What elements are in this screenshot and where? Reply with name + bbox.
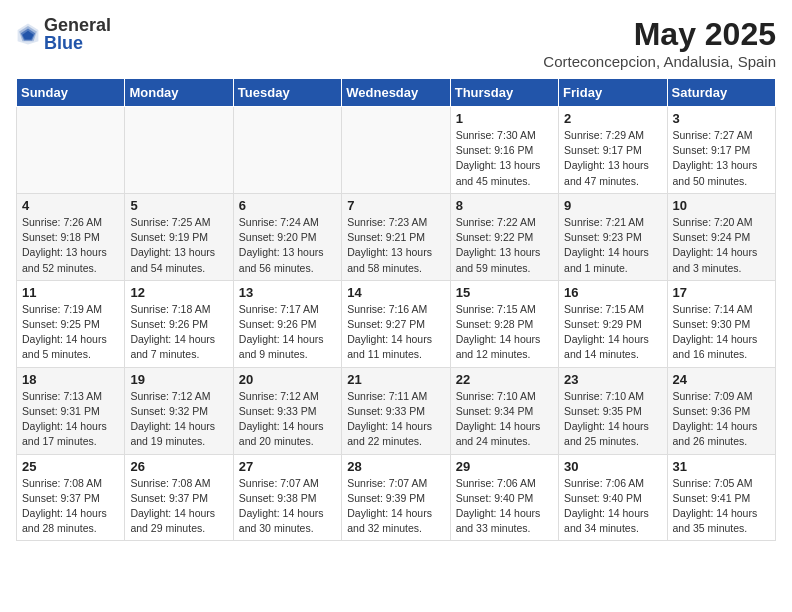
day-number: 18 xyxy=(22,372,119,387)
day-info: Sunrise: 7:06 AM Sunset: 9:40 PM Dayligh… xyxy=(564,476,661,537)
day-info: Sunrise: 7:15 AM Sunset: 9:28 PM Dayligh… xyxy=(456,302,553,363)
week-row-4: 18Sunrise: 7:13 AM Sunset: 9:31 PM Dayli… xyxy=(17,367,776,454)
calendar-cell: 11Sunrise: 7:19 AM Sunset: 9:25 PM Dayli… xyxy=(17,280,125,367)
day-number: 20 xyxy=(239,372,336,387)
calendar-cell: 6Sunrise: 7:24 AM Sunset: 9:20 PM Daylig… xyxy=(233,193,341,280)
logo-general-text: General xyxy=(44,16,111,34)
day-header-sunday: Sunday xyxy=(17,79,125,107)
day-number: 27 xyxy=(239,459,336,474)
calendar-cell: 28Sunrise: 7:07 AM Sunset: 9:39 PM Dayli… xyxy=(342,454,450,541)
day-number: 19 xyxy=(130,372,227,387)
day-info: Sunrise: 7:19 AM Sunset: 9:25 PM Dayligh… xyxy=(22,302,119,363)
day-info: Sunrise: 7:18 AM Sunset: 9:26 PM Dayligh… xyxy=(130,302,227,363)
day-number: 12 xyxy=(130,285,227,300)
day-number: 22 xyxy=(456,372,553,387)
day-header-thursday: Thursday xyxy=(450,79,558,107)
month-title: May 2025 xyxy=(543,16,776,53)
day-info: Sunrise: 7:10 AM Sunset: 9:35 PM Dayligh… xyxy=(564,389,661,450)
day-number: 10 xyxy=(673,198,770,213)
title-area: May 2025 Corteconcepcion, Andalusia, Spa… xyxy=(543,16,776,70)
calendar-cell: 12Sunrise: 7:18 AM Sunset: 9:26 PM Dayli… xyxy=(125,280,233,367)
day-number: 13 xyxy=(239,285,336,300)
calendar-cell: 4Sunrise: 7:26 AM Sunset: 9:18 PM Daylig… xyxy=(17,193,125,280)
day-number: 28 xyxy=(347,459,444,474)
day-info: Sunrise: 7:06 AM Sunset: 9:40 PM Dayligh… xyxy=(456,476,553,537)
week-row-1: 1Sunrise: 7:30 AM Sunset: 9:16 PM Daylig… xyxy=(17,107,776,194)
day-info: Sunrise: 7:23 AM Sunset: 9:21 PM Dayligh… xyxy=(347,215,444,276)
day-number: 16 xyxy=(564,285,661,300)
day-info: Sunrise: 7:08 AM Sunset: 9:37 PM Dayligh… xyxy=(22,476,119,537)
logo-text: General Blue xyxy=(44,16,111,52)
day-number: 1 xyxy=(456,111,553,126)
day-info: Sunrise: 7:13 AM Sunset: 9:31 PM Dayligh… xyxy=(22,389,119,450)
calendar-cell: 8Sunrise: 7:22 AM Sunset: 9:22 PM Daylig… xyxy=(450,193,558,280)
calendar-cell xyxy=(342,107,450,194)
calendar-cell: 23Sunrise: 7:10 AM Sunset: 9:35 PM Dayli… xyxy=(559,367,667,454)
calendar-cell: 29Sunrise: 7:06 AM Sunset: 9:40 PM Dayli… xyxy=(450,454,558,541)
day-number: 2 xyxy=(564,111,661,126)
calendar-cell: 30Sunrise: 7:06 AM Sunset: 9:40 PM Dayli… xyxy=(559,454,667,541)
header: General Blue May 2025 Corteconcepcion, A… xyxy=(16,16,776,70)
day-header-wednesday: Wednesday xyxy=(342,79,450,107)
day-info: Sunrise: 7:24 AM Sunset: 9:20 PM Dayligh… xyxy=(239,215,336,276)
day-header-friday: Friday xyxy=(559,79,667,107)
logo: General Blue xyxy=(16,16,111,52)
calendar-cell: 2Sunrise: 7:29 AM Sunset: 9:17 PM Daylig… xyxy=(559,107,667,194)
day-info: Sunrise: 7:15 AM Sunset: 9:29 PM Dayligh… xyxy=(564,302,661,363)
calendar-table: SundayMondayTuesdayWednesdayThursdayFrid… xyxy=(16,78,776,541)
day-number: 15 xyxy=(456,285,553,300)
day-number: 25 xyxy=(22,459,119,474)
calendar-cell: 25Sunrise: 7:08 AM Sunset: 9:37 PM Dayli… xyxy=(17,454,125,541)
location-title: Corteconcepcion, Andalusia, Spain xyxy=(543,53,776,70)
day-header-monday: Monday xyxy=(125,79,233,107)
day-info: Sunrise: 7:26 AM Sunset: 9:18 PM Dayligh… xyxy=(22,215,119,276)
day-number: 23 xyxy=(564,372,661,387)
day-number: 24 xyxy=(673,372,770,387)
day-info: Sunrise: 7:07 AM Sunset: 9:38 PM Dayligh… xyxy=(239,476,336,537)
calendar-cell xyxy=(125,107,233,194)
logo-blue-text: Blue xyxy=(44,34,111,52)
calendar-cell: 10Sunrise: 7:20 AM Sunset: 9:24 PM Dayli… xyxy=(667,193,775,280)
day-number: 8 xyxy=(456,198,553,213)
day-info: Sunrise: 7:11 AM Sunset: 9:33 PM Dayligh… xyxy=(347,389,444,450)
calendar-cell: 19Sunrise: 7:12 AM Sunset: 9:32 PM Dayli… xyxy=(125,367,233,454)
day-number: 7 xyxy=(347,198,444,213)
logo-icon xyxy=(16,22,40,46)
day-info: Sunrise: 7:16 AM Sunset: 9:27 PM Dayligh… xyxy=(347,302,444,363)
day-info: Sunrise: 7:08 AM Sunset: 9:37 PM Dayligh… xyxy=(130,476,227,537)
day-number: 29 xyxy=(456,459,553,474)
day-info: Sunrise: 7:09 AM Sunset: 9:36 PM Dayligh… xyxy=(673,389,770,450)
day-info: Sunrise: 7:12 AM Sunset: 9:32 PM Dayligh… xyxy=(130,389,227,450)
day-number: 30 xyxy=(564,459,661,474)
day-info: Sunrise: 7:20 AM Sunset: 9:24 PM Dayligh… xyxy=(673,215,770,276)
calendar-cell xyxy=(233,107,341,194)
calendar-cell: 27Sunrise: 7:07 AM Sunset: 9:38 PM Dayli… xyxy=(233,454,341,541)
day-info: Sunrise: 7:07 AM Sunset: 9:39 PM Dayligh… xyxy=(347,476,444,537)
week-row-3: 11Sunrise: 7:19 AM Sunset: 9:25 PM Dayli… xyxy=(17,280,776,367)
day-number: 31 xyxy=(673,459,770,474)
day-info: Sunrise: 7:14 AM Sunset: 9:30 PM Dayligh… xyxy=(673,302,770,363)
calendar-cell: 24Sunrise: 7:09 AM Sunset: 9:36 PM Dayli… xyxy=(667,367,775,454)
day-number: 4 xyxy=(22,198,119,213)
calendar-cell: 17Sunrise: 7:14 AM Sunset: 9:30 PM Dayli… xyxy=(667,280,775,367)
calendar-cell: 20Sunrise: 7:12 AM Sunset: 9:33 PM Dayli… xyxy=(233,367,341,454)
week-row-2: 4Sunrise: 7:26 AM Sunset: 9:18 PM Daylig… xyxy=(17,193,776,280)
day-info: Sunrise: 7:10 AM Sunset: 9:34 PM Dayligh… xyxy=(456,389,553,450)
calendar-cell: 18Sunrise: 7:13 AM Sunset: 9:31 PM Dayli… xyxy=(17,367,125,454)
calendar-cell: 5Sunrise: 7:25 AM Sunset: 9:19 PM Daylig… xyxy=(125,193,233,280)
calendar-cell: 31Sunrise: 7:05 AM Sunset: 9:41 PM Dayli… xyxy=(667,454,775,541)
day-number: 26 xyxy=(130,459,227,474)
day-number: 9 xyxy=(564,198,661,213)
calendar-cell xyxy=(17,107,125,194)
day-number: 21 xyxy=(347,372,444,387)
calendar-cell: 16Sunrise: 7:15 AM Sunset: 9:29 PM Dayli… xyxy=(559,280,667,367)
day-info: Sunrise: 7:21 AM Sunset: 9:23 PM Dayligh… xyxy=(564,215,661,276)
day-info: Sunrise: 7:27 AM Sunset: 9:17 PM Dayligh… xyxy=(673,128,770,189)
calendar-cell: 1Sunrise: 7:30 AM Sunset: 9:16 PM Daylig… xyxy=(450,107,558,194)
day-number: 5 xyxy=(130,198,227,213)
day-number: 3 xyxy=(673,111,770,126)
calendar-cell: 13Sunrise: 7:17 AM Sunset: 9:26 PM Dayli… xyxy=(233,280,341,367)
calendar-cell: 3Sunrise: 7:27 AM Sunset: 9:17 PM Daylig… xyxy=(667,107,775,194)
day-number: 14 xyxy=(347,285,444,300)
day-info: Sunrise: 7:12 AM Sunset: 9:33 PM Dayligh… xyxy=(239,389,336,450)
